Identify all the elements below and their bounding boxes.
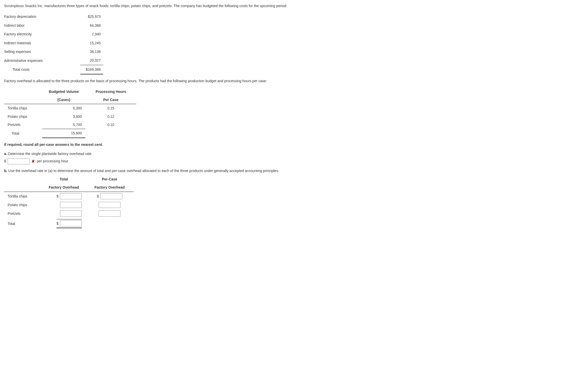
cost-label: Factory electricity [4,30,80,38]
total-label: Total [4,129,42,138]
question-b: b. Use the overhead rate in (a) to deter… [4,168,584,174]
cost-total-label: Total costs [4,65,80,74]
question-text: Use the overhead rate in (a) to determin… [8,169,279,173]
product-name: Tortilla chips [4,192,42,201]
cost-value: 64,368 [80,21,103,30]
dollar-sign: $ [4,158,6,164]
table-row-total: Total $ [4,218,134,230]
col-header: Total [42,175,85,183]
cost-table: Factory depreciation $25,973 Indirect la… [4,12,103,75]
product-name: Potato chips [4,112,42,121]
question-tag: a. [4,152,7,156]
rounding-note: If required, round all per-case answers … [4,142,584,147]
volume-value: 5,700 [42,121,85,129]
total-overhead-input[interactable] [60,210,82,217]
table-row: Factory electricity 7,340 [4,30,103,38]
table-row: Factory depreciation $25,973 [4,12,103,21]
table-row: Potato chips 3,600 0.12 [4,112,136,121]
table-row-total: Total costs $169,389 [4,65,103,74]
total-overhead-total-input[interactable] [60,220,82,227]
cost-value: 36,136 [80,47,103,56]
volume-value: 3,600 [42,112,85,121]
table-row: Pretzels 5,700 0.10 [4,121,136,129]
dollar-sign: $ [97,193,99,199]
intro-text: Scrumptious Snacks Inc. manufactures thr… [4,3,584,9]
col-subheader: Factory Overhead [85,183,134,192]
table-row-total: Total 15,600 [4,129,136,138]
dollar-sign: $ [56,193,58,199]
hours-value: 0.10 [85,121,136,129]
allocation-text: Factory overhead is allocated to the thr… [4,78,584,84]
cost-label: Administrative expenses [4,56,80,65]
col-header: Processing Hours [85,88,136,96]
question-text: Determine the single plantwide factory o… [8,152,93,156]
dollar-sign: $ [56,221,58,226]
overhead-rate-input[interactable] [8,158,29,164]
wrong-icon: ✘ [32,158,35,164]
cost-label: Factory depreciation [4,12,80,21]
overhead-table: Total Per-Case Factory Overhead Factory … [4,175,134,230]
cost-value: $25,973 [80,12,103,21]
table-row: Potato chips [4,201,134,209]
table-row: Indirect labor 64,368 [4,21,103,30]
hours-value: 0.12 [85,112,136,121]
question-a: a. Determine the single plantwide factor… [4,151,584,157]
cost-value: 15,245 [80,39,103,47]
product-name: Tortilla chips [4,104,42,112]
col-subheader: (Cases) [42,96,85,104]
percase-overhead-input[interactable] [100,193,122,199]
col-subheader: Factory Overhead [42,183,85,192]
table-row: Selling expenses 36,136 [4,47,103,56]
cost-label: Indirect labor [4,21,80,30]
cost-total-value: $169,389 [80,65,103,74]
total-label: Total [4,218,42,230]
table-row: Tortilla chips $ $ [4,192,134,201]
total-overhead-input[interactable] [60,193,82,199]
total-overhead-input[interactable] [60,202,82,208]
cost-value: 7,340 [80,30,103,38]
col-header: Per-Case [85,175,134,183]
cost-label: Selling expenses [4,47,80,56]
product-name: Pretzels [4,209,42,218]
product-name: Potato chips [4,201,42,209]
table-row: Indirect materials 15,245 [4,39,103,47]
table-row: Administrative expenses 20,327 [4,56,103,65]
cost-label: Indirect materials [4,39,80,47]
volume-table: Budgeted Volume Processing Hours (Cases)… [4,88,136,138]
percase-overhead-input[interactable] [99,210,120,217]
volume-total: 15,600 [42,129,85,138]
col-header: Budgeted Volume [42,88,85,96]
cost-value: 20,327 [80,56,103,65]
percase-overhead-input[interactable] [99,202,120,208]
product-name: Pretzels [4,121,42,129]
table-row: Tortilla chips 6,300 0.15 [4,104,136,112]
question-tag: b. [4,169,7,173]
table-row: Pretzels [4,209,134,218]
volume-value: 6,300 [42,104,85,112]
unit-label: per processing hour [37,158,68,164]
hours-value: 0.15 [85,104,136,112]
col-subheader: Per Case [85,96,136,104]
